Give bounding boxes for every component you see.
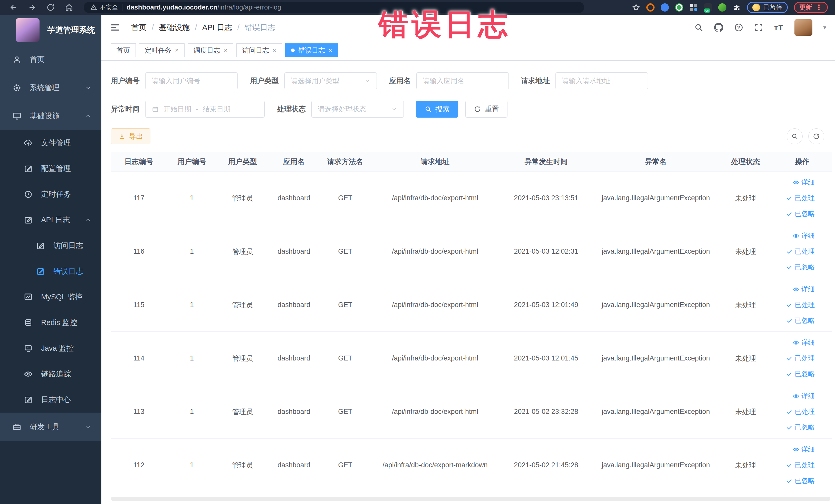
- ext-switch-on-icon[interactable]: on: [704, 3, 712, 12]
- ext-orange-icon[interactable]: [646, 3, 655, 12]
- action-link-已忽略[interactable]: 已忽略: [786, 423, 815, 432]
- ext-leaf-icon[interactable]: [718, 3, 727, 12]
- sidebar-item-label: 首页: [30, 55, 45, 65]
- column-header-处理状态: 处理状态: [719, 157, 773, 167]
- action-link-已忽略[interactable]: 已忽略: [786, 209, 815, 218]
- action-link-已忽略[interactable]: 已忽略: [786, 263, 815, 271]
- ext-blue-icon[interactable]: [661, 3, 669, 12]
- action-link-详细[interactable]: 详细: [793, 445, 815, 454]
- avatar[interactable]: [794, 19, 812, 36]
- sidebar-item-日志中心[interactable]: 日志中心: [0, 387, 101, 412]
- check-icon: [786, 462, 793, 468]
- ext-green-icon[interactable]: [675, 3, 683, 12]
- kebab-menu-icon[interactable]: ⋮: [815, 3, 822, 12]
- action-link-详细[interactable]: 详细: [793, 391, 815, 401]
- user-type-select[interactable]: 请选择用户类型: [284, 73, 377, 89]
- update-button[interactable]: 更新⋮: [794, 2, 828, 13]
- ext-grid-icon[interactable]: [690, 3, 698, 12]
- action-link-已忽略[interactable]: 已忽略: [786, 369, 815, 379]
- sidebar-item-文件管理[interactable]: 文件管理: [0, 130, 101, 156]
- breadcrumb-home[interactable]: 首页: [131, 22, 147, 33]
- action-link-已处理[interactable]: 已处理: [786, 407, 815, 416]
- action-link-已处理[interactable]: 已处理: [786, 354, 815, 363]
- tab-label: 定时任务: [145, 46, 171, 55]
- close-icon[interactable]: ×: [272, 47, 276, 54]
- sidebar-item-API 日志[interactable]: API 日志: [0, 207, 101, 233]
- action-link-详细[interactable]: 详细: [793, 178, 815, 187]
- cell-url: /api/infra/db-doc/export-markdown: [371, 461, 499, 469]
- action-link-详细[interactable]: 详细: [793, 285, 815, 294]
- horizontal-scrollbar[interactable]: [111, 497, 830, 501]
- table-body: 1171管理员dashboardGET/api/infra/db-doc/exp…: [111, 172, 832, 492]
- toggle-search-button[interactable]: [787, 128, 803, 144]
- sidebar-item-配置管理[interactable]: 配置管理: [0, 156, 101, 182]
- app-name-input[interactable]: [423, 77, 502, 85]
- sidebar-item-Java 监控[interactable]: Java 监控: [0, 336, 101, 361]
- search-button[interactable]: 搜索: [416, 101, 458, 118]
- export-button[interactable]: 导出: [111, 128, 150, 144]
- not-secure-warning[interactable]: 不安全: [90, 3, 118, 12]
- request-url-input[interactable]: [562, 77, 641, 85]
- reset-button[interactable]: 重置: [465, 101, 507, 118]
- profile-paused-pill[interactable]: 已暂停: [747, 2, 788, 13]
- chevron-down-icon[interactable]: ▾: [823, 24, 826, 31]
- breadcrumb-current: 错误日志: [245, 22, 276, 33]
- tab-调度日志[interactable]: 调度日志×: [188, 43, 233, 57]
- action-link-已忽略[interactable]: 已忽略: [786, 476, 815, 485]
- column-header-用户编号: 用户编号: [167, 157, 217, 167]
- reload-icon[interactable]: [46, 3, 55, 12]
- tab-访问日志[interactable]: 访问日志×: [237, 43, 282, 57]
- sidebar-item-Redis 监控[interactable]: Redis 监控: [0, 310, 101, 336]
- breadcrumb-infra[interactable]: 基础设施: [159, 22, 190, 33]
- back-icon[interactable]: [9, 3, 18, 12]
- user-id-input[interactable]: [152, 77, 231, 85]
- sidebar-item-研发工具[interactable]: 研发工具: [0, 413, 101, 441]
- refresh-table-button[interactable]: [808, 128, 824, 144]
- action-link-已处理[interactable]: 已处理: [786, 461, 815, 469]
- check-icon: [786, 302, 793, 308]
- close-icon[interactable]: ×: [329, 47, 332, 54]
- edit-square-icon: [24, 164, 33, 173]
- action-label: 已忽略: [795, 476, 815, 485]
- font-size-icon[interactable]: тT: [774, 23, 784, 32]
- home-icon[interactable]: [65, 3, 74, 12]
- calendar-icon: [152, 105, 159, 113]
- process-status-select[interactable]: 请选择处理状态: [311, 101, 404, 118]
- action-link-详细[interactable]: 详细: [793, 338, 815, 347]
- hamburger-icon[interactable]: [110, 22, 120, 33]
- sidebar-item-访问日志[interactable]: 访问日志: [0, 233, 101, 259]
- close-icon[interactable]: ×: [175, 47, 179, 54]
- app-logo[interactable]: 芋道管理系统: [0, 15, 101, 45]
- tab-首页[interactable]: 首页: [110, 43, 136, 57]
- check-icon: [786, 408, 793, 415]
- cell-user_id: 1: [167, 354, 217, 362]
- help-icon[interactable]: ?: [734, 23, 744, 32]
- action-link-已忽略[interactable]: 已忽略: [786, 316, 815, 325]
- tab-错误日志[interactable]: 错误日志×: [285, 43, 338, 57]
- github-icon[interactable]: [714, 23, 724, 32]
- date-range-picker[interactable]: 开始日期 - 结束日期: [145, 101, 265, 118]
- sidebar-item-MySQL 监控[interactable]: MySQL 监控: [0, 284, 101, 310]
- action-link-已处理[interactable]: 已处理: [786, 300, 815, 309]
- action-link-已处理[interactable]: 已处理: [786, 194, 815, 203]
- action-link-已处理[interactable]: 已处理: [786, 247, 815, 256]
- cell-id: 116: [111, 247, 167, 256]
- bookmark-star-icon[interactable]: [632, 3, 640, 12]
- sidebar-item-首页[interactable]: 首页: [0, 45, 101, 74]
- action-link-详细[interactable]: 详细: [793, 231, 815, 240]
- forward-icon[interactable]: [28, 3, 37, 12]
- sidebar-item-定时任务[interactable]: 定时任务: [0, 182, 101, 207]
- sidebar-item-系统管理[interactable]: 系统管理: [0, 74, 101, 102]
- breadcrumb-api-log[interactable]: API 日志: [202, 22, 232, 33]
- sidebar-item-label: 访问日志: [54, 241, 83, 251]
- fullscreen-icon[interactable]: [754, 23, 763, 32]
- sidebar-item-链路追踪[interactable]: 链路追踪: [0, 361, 101, 387]
- cell-method: GET: [320, 194, 371, 202]
- search-icon[interactable]: [694, 23, 703, 32]
- sidebar-item-错误日志[interactable]: 错误日志: [0, 259, 101, 284]
- extensions-puzzle-icon[interactable]: [733, 3, 741, 12]
- sidebar-item-基础设施[interactable]: 基础设施: [0, 102, 101, 130]
- update-label: 更新: [799, 3, 812, 12]
- close-icon[interactable]: ×: [224, 47, 227, 54]
- tab-定时任务[interactable]: 定时任务×: [139, 43, 185, 57]
